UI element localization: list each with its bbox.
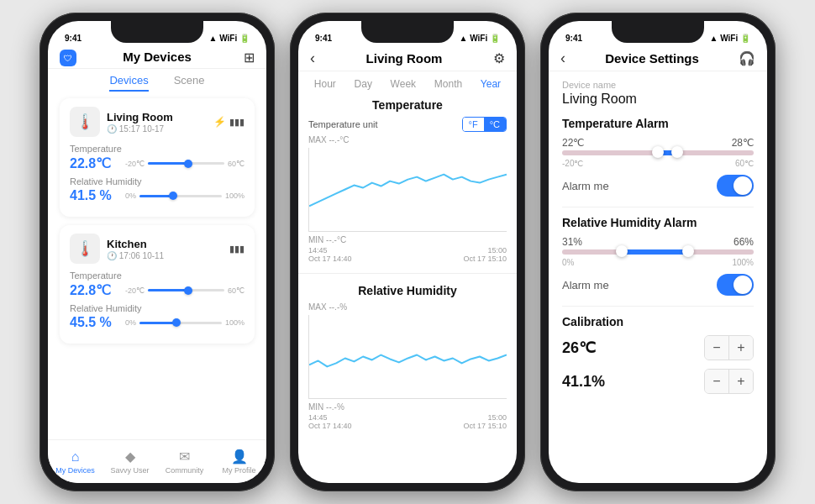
calib-humidity-minus[interactable]: −: [705, 370, 728, 393]
humidity-value-row-2: 45.5 % 0% 100%: [70, 315, 244, 330]
headphone-icon-p3[interactable]: 🎧: [739, 50, 755, 66]
temp-alarm-toggle[interactable]: [717, 175, 754, 197]
temp-value-1: 22.8℃: [70, 155, 120, 171]
humidity-alarm-toggle[interactable]: [717, 274, 754, 296]
time-tab-year[interactable]: Year: [476, 76, 506, 92]
p3-scroll[interactable]: Device name Living Room Temperature Alar…: [549, 71, 767, 483]
calib-humidity-value: 41.1%: [562, 373, 605, 391]
humidity-alarm-label: Alarm me: [562, 279, 609, 291]
humidity-max-label: MAX --.-%: [308, 302, 507, 312]
p1-header: 🛡 My Devices ⊞: [48, 45, 266, 69]
phone1-screen: 9:41 ▲ WiFi 🔋 🛡 My Devices ⊞ Devices Sce…: [48, 21, 266, 483]
temp-alarm-title: Temperature Alarm: [562, 117, 754, 130]
time-tab-day[interactable]: Day: [350, 76, 377, 92]
humidity-alarm-slider[interactable]: [562, 249, 754, 255]
p1-device-list[interactable]: 🌡️ Living Room 🕐 15:17 10-17 ⚡ ▮▮▮: [48, 92, 266, 439]
tab-devices[interactable]: Devices: [109, 74, 148, 92]
temp-label-2: Temperature: [70, 270, 244, 281]
device-header-1: 🌡️ Living Room 🕐 15:17 10-17 ⚡ ▮▮▮: [70, 107, 244, 137]
device-icon-2: 🌡️: [70, 234, 100, 264]
humidity-alarm-row: Alarm me: [562, 274, 754, 296]
humidity-low-val: 31%: [562, 236, 582, 248]
nav-my-devices[interactable]: ⌂ My Devices: [48, 440, 103, 483]
battery-icon-1: ▮▮▮: [229, 117, 244, 128]
temp-slider-1[interactable]: -20℃ 60℃: [125, 160, 244, 168]
notch3: [612, 21, 704, 43]
battery-icon-2: ▮▮▮: [229, 244, 244, 255]
toggle-knob-humidity: [734, 276, 752, 294]
humidity-date-labels: Oct 17 14:40 Oct 17 15:10: [308, 422, 507, 430]
phone2: 9:41 ▲ WiFi 🔋 ‹ Living Room ⚙ Hour Day W…: [290, 13, 525, 491]
notch2: [361, 21, 454, 43]
back-icon-p3[interactable]: ‹: [560, 50, 565, 67]
p2-time-tabs: Hour Day Week Month Year: [298, 71, 517, 92]
p1-tabs: Devices Scene: [48, 69, 266, 92]
calibration-title: Calibration: [562, 315, 754, 328]
humidity-chart-section: Relative Humidity MAX --.-% MIN --.-% 14…: [298, 277, 517, 437]
humidity-min-label: MIN --.-%: [308, 402, 507, 412]
app-logo: 🛡: [60, 50, 76, 66]
device-card-kitchen[interactable]: 🌡️ Kitchen 🕐 17:06 10-11 ▮▮▮: [60, 225, 255, 344]
p2-chart-scroll[interactable]: Temperature Temperature unit °F °C MAX -…: [298, 92, 517, 483]
unit-c-btn[interactable]: °C: [484, 118, 506, 131]
time-tab-week[interactable]: Week: [386, 76, 421, 92]
status-time1: 9:41: [65, 34, 82, 43]
calib-humidity-plus[interactable]: +: [729, 370, 753, 393]
nav-community[interactable]: ✉ Community: [157, 440, 212, 483]
phone1: 9:41 ▲ WiFi 🔋 🛡 My Devices ⊞ Devices Sce…: [39, 13, 275, 491]
nav-profile[interactable]: 👤 My Profile: [212, 440, 266, 483]
divider-2: [562, 306, 754, 307]
calib-temp-controls[interactable]: − +: [704, 335, 754, 360]
humidity-sensor-2: Relative Humidity 45.5 % 0% 100%: [70, 303, 244, 330]
device-card-living-room[interactable]: 🌡️ Living Room 🕐 15:17 10-17 ⚡ ▮▮▮: [60, 98, 255, 217]
temp-max-label: MAX --.-°C: [308, 135, 507, 144]
temp-sensor-2: Temperature 22.8℃ -20℃ 60℃: [70, 270, 244, 298]
phones-container: 9:41 ▲ WiFi 🔋 🛡 My Devices ⊞ Devices Sce…: [31, 4, 784, 500]
temp-low-val: 22℃: [562, 137, 584, 149]
p2-header: ‹ Living Room ⚙: [298, 45, 517, 71]
back-icon-p2[interactable]: ‹: [310, 50, 315, 67]
time-tab-hour[interactable]: Hour: [309, 76, 341, 92]
home-icon: ⌂: [71, 449, 80, 465]
temp-date-labels: Oct 17 14:40 Oct 17 15:10: [308, 255, 507, 263]
humidity-slider-2[interactable]: 0% 100%: [125, 318, 244, 327]
temp-minmax: -20℃ 60℃: [562, 159, 754, 168]
p3-title: Device Settings: [605, 51, 699, 66]
humidity-value-1: 41.5 %: [70, 188, 120, 203]
humidity-minmax: 0% 100%: [562, 258, 754, 267]
calib-humidity-controls[interactable]: − +: [704, 369, 754, 394]
humidity-range-labels: 31% 66%: [562, 236, 754, 248]
phone3-screen: 9:41 ▲ WiFi 🔋 ‹ Device Settings 🎧 Device…: [549, 21, 767, 483]
calib-temp-plus[interactable]: +: [729, 336, 753, 360]
calib-humidity-row: 41.1% − +: [562, 369, 754, 394]
temp-chart-title: Temperature: [308, 98, 507, 112]
temp-slider-2[interactable]: -20℃ 60℃: [125, 286, 244, 295]
temp-alarm-label: Alarm me: [562, 180, 609, 192]
temp-chart-controls: Temperature unit °F °C: [308, 117, 507, 132]
device-name-label: Device name: [562, 80, 754, 90]
p2-title: Living Room: [366, 51, 443, 66]
status-time2: 9:41: [315, 34, 332, 43]
settings-icon-p2[interactable]: ⚙: [493, 50, 505, 66]
unit-f-btn[interactable]: °F: [463, 118, 484, 131]
temp-alarm-slider[interactable]: [562, 150, 754, 155]
device-badges-1: ⚡ ▮▮▮: [213, 116, 244, 128]
humidity-chart-title: Relative Humidity: [308, 284, 507, 297]
time-tab-month[interactable]: Month: [429, 76, 467, 92]
nav-savvy-user[interactable]: ◆ Savvy User: [103, 440, 157, 483]
device-name-value: Living Room: [562, 92, 754, 107]
calib-temp-minus[interactable]: −: [705, 336, 728, 360]
add-device-icon[interactable]: ⊞: [244, 50, 255, 66]
temp-min-label: MIN --.-°C: [308, 235, 507, 244]
temp-track-2: [148, 289, 224, 291]
bluetooth-icon-1: ⚡: [213, 116, 226, 128]
humidity-time-labels: 14:45 15:00: [308, 413, 507, 422]
temp-value-row-2: 22.8℃ -20℃ 60℃: [70, 282, 244, 298]
device-info-2: Kitchen 🕐 17:06 10-11: [107, 238, 229, 260]
unit-toggle[interactable]: °F °C: [462, 117, 507, 132]
temp-sensor-1: Temperature 22.8℃ -20℃ 60℃: [70, 144, 244, 171]
humidity-slider-1[interactable]: 0% 100%: [125, 192, 244, 200]
tab-scene[interactable]: Scene: [174, 74, 205, 92]
bottom-nav: ⌂ My Devices ◆ Savvy User ✉ Community 👤 …: [48, 439, 266, 483]
device-time-1: 🕐 15:17 10-17: [107, 124, 213, 134]
